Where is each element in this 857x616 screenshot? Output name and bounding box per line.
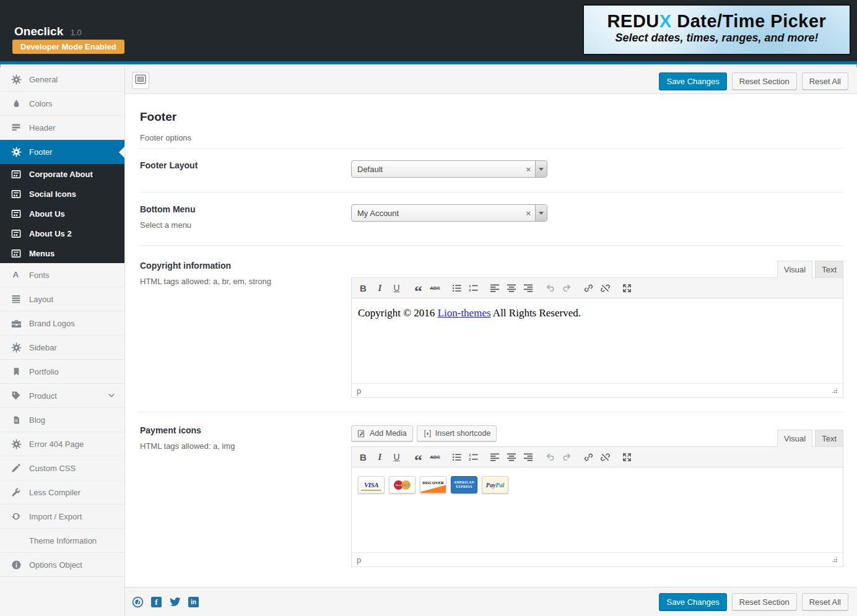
sidebar-item-layout[interactable]: Layout: [0, 287, 124, 311]
strikethrough-button[interactable]: ABC: [427, 280, 443, 295]
editor-statusbar: p: [352, 383, 843, 397]
sidebar-item-colors[interactable]: Colors: [0, 92, 124, 116]
sidebar-item-theme-information[interactable]: Theme Information: [0, 529, 124, 553]
sidebar-item-error-404-page[interactable]: Error 404 Page: [0, 432, 124, 456]
undo-button[interactable]: [542, 280, 559, 295]
sidebar-item-header[interactable]: Header: [0, 116, 124, 140]
save-changes-button[interactable]: Save Changes: [659, 72, 726, 90]
footer-layout-select[interactable]: Default ×: [351, 160, 547, 178]
resize-grip-icon[interactable]: [832, 388, 838, 394]
sidebar-item-about-us-2[interactable]: About Us 2: [0, 223, 124, 243]
bullet-list-button[interactable]: [448, 280, 465, 295]
reset-section-button[interactable]: Reset Section: [732, 72, 797, 90]
linkedin-icon[interactable]: in: [188, 597, 199, 607]
editor-toolbar: BIU“ABC12: [351, 446, 843, 467]
reset-all-button[interactable]: Reset All: [802, 72, 848, 90]
redux-ad-banner[interactable]: REDUX Date/Time Picker Select dates, tim…: [583, 4, 851, 55]
redo-button[interactable]: [559, 449, 575, 464]
link-button[interactable]: [580, 449, 597, 464]
sidebar-item-about-us[interactable]: About Us: [0, 204, 124, 223]
sidebar-item-sidebar[interactable]: Sidebar: [0, 336, 124, 360]
tab-text[interactable]: Text: [815, 430, 843, 446]
sidebar-item-footer[interactable]: Footer: [0, 140, 124, 164]
redux-logo-icon[interactable]: [132, 596, 144, 608]
tab-visual[interactable]: Visual: [777, 261, 812, 278]
italic-button[interactable]: I: [372, 280, 388, 295]
blockquote-button[interactable]: “: [410, 280, 427, 295]
link-button[interactable]: [580, 280, 597, 295]
widget-icon: [9, 189, 23, 199]
copyright-desc: HTML tags allowed: a, br, em, strong: [140, 277, 351, 286]
insert-shortcode-button[interactable]: Insert shortcode: [417, 425, 497, 441]
underline-button[interactable]: U: [388, 449, 405, 464]
unlink-button[interactable]: [597, 280, 614, 295]
align-left-button[interactable]: [487, 280, 503, 295]
resize-grip-icon[interactable]: [832, 557, 838, 563]
twitter-icon[interactable]: [169, 596, 181, 608]
sidebar-item-less-compiler[interactable]: Less Compiler: [0, 480, 124, 505]
footer-layout-value: Default: [352, 161, 521, 177]
redo-button[interactable]: [559, 280, 575, 295]
payment-content[interactable]: VISAMasterCardDISCOVERAMERICANEXPRESSPay…: [352, 467, 843, 552]
redux-x-mark: X: [659, 11, 672, 31]
align-center-button[interactable]: [503, 280, 520, 295]
undo-button[interactable]: [542, 449, 559, 464]
field-row-bottom-menu: Bottom Menu Select a menu My Account ×: [139, 193, 843, 246]
bottom-actions: Save Changes Reset Section Reset All: [659, 593, 848, 610]
align-right-button[interactable]: [520, 280, 537, 295]
amex-card-icon[interactable]: AMERICANEXPRESS: [451, 476, 477, 493]
facebook-icon[interactable]: f: [151, 597, 162, 607]
clear-selection-icon[interactable]: ×: [521, 205, 535, 221]
align-center-button[interactable]: [503, 449, 520, 464]
lion-themes-link[interactable]: Lion-themes: [438, 307, 491, 319]
expand-options-button[interactable]: [132, 72, 149, 89]
add-media-button[interactable]: Add Media: [351, 425, 413, 441]
sidebar-item-custom-css[interactable]: Custom CSS: [0, 456, 124, 480]
underline-button[interactable]: U: [388, 280, 405, 295]
payment-cards: VISAMasterCardDISCOVERAMERICANEXPRESSPay…: [358, 476, 837, 493]
bold-button[interactable]: B: [355, 280, 372, 295]
fullscreen-button[interactable]: [619, 280, 635, 295]
sidebar-item-product[interactable]: Product: [0, 384, 124, 408]
mastercard-card-icon[interactable]: MasterCard: [389, 476, 415, 493]
sidebar-item-blog[interactable]: Blog: [0, 408, 124, 432]
italic-button[interactable]: I: [372, 449, 388, 464]
unlink-button[interactable]: [597, 449, 614, 464]
bold-button[interactable]: B: [355, 449, 372, 464]
briefcase-icon: [9, 318, 23, 329]
clear-selection-icon[interactable]: ×: [521, 161, 535, 177]
copyright-content[interactable]: Copyright © 2016 Lion-themes All Rights …: [352, 298, 843, 383]
widget-icon: [9, 228, 23, 239]
sidebar-item-options-object[interactable]: Options Object: [0, 553, 124, 577]
sidebar-item-corporate-about[interactable]: Corporate About: [0, 164, 124, 184]
align-left-button[interactable]: [487, 449, 503, 464]
gear-icon: [9, 439, 23, 449]
dropdown-arrow-icon[interactable]: [535, 161, 547, 177]
sidebar: GeneralColorsHeaderFooterCorporate About…: [0, 67, 125, 616]
info-icon: [9, 560, 23, 570]
sidebar-item-brand-logos[interactable]: Brand Logos: [0, 311, 124, 336]
blockquote-button[interactable]: “: [410, 449, 427, 464]
reset-section-button[interactable]: Reset Section: [732, 593, 797, 610]
numbered-list-button[interactable]: 12: [465, 280, 482, 295]
dropdown-arrow-icon[interactable]: [535, 205, 547, 221]
fullscreen-button[interactable]: [619, 449, 635, 464]
sidebar-item-import-export[interactable]: Import / Export: [0, 505, 124, 529]
sidebar-item-fonts[interactable]: AFonts: [0, 263, 124, 287]
bottom-menu-select[interactable]: My Account ×: [351, 204, 547, 222]
align-right-button[interactable]: [520, 449, 537, 464]
tab-visual[interactable]: Visual: [777, 430, 812, 447]
numbered-list-button[interactable]: 12: [465, 449, 482, 464]
reset-all-button[interactable]: Reset All: [802, 593, 848, 610]
paypal-card-icon[interactable]: PayPal: [482, 476, 508, 493]
sidebar-item-social-icons[interactable]: Social Icons: [0, 184, 124, 204]
tab-text[interactable]: Text: [815, 261, 843, 277]
discover-card-icon[interactable]: DISCOVER: [420, 476, 446, 493]
sidebar-item-general[interactable]: General: [0, 67, 124, 92]
save-changes-button[interactable]: Save Changes: [659, 593, 726, 610]
sidebar-item-portfolio[interactable]: Portfolio: [0, 360, 124, 384]
strikethrough-button[interactable]: ABC: [427, 449, 443, 464]
sidebar-item-menus[interactable]: Menus: [0, 243, 124, 263]
visa-card-icon[interactable]: VISA: [358, 476, 385, 493]
bullet-list-button[interactable]: [448, 449, 465, 464]
